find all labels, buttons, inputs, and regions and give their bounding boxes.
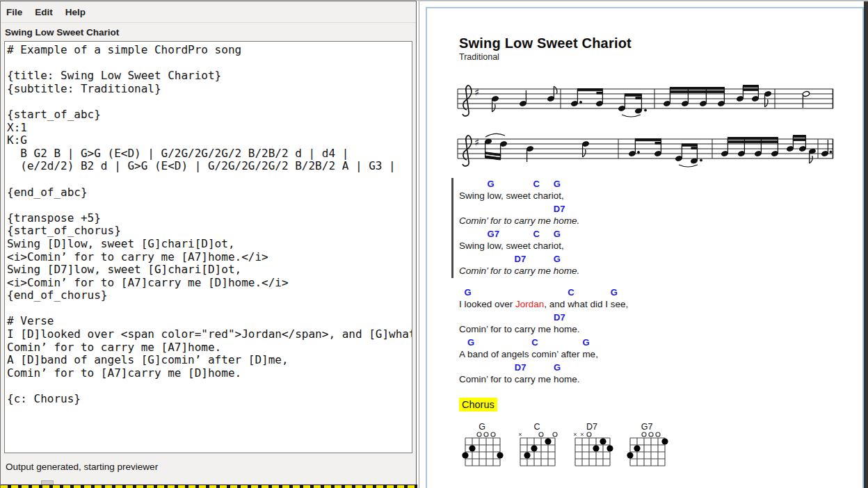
open-string-icon [587, 432, 591, 437]
lyric-text: I [459, 298, 465, 311]
open-string-icon [484, 432, 488, 437]
comment-row: Chorus [459, 398, 862, 412]
music-staff-1: ♯ [455, 78, 838, 122]
finger-dot [469, 445, 475, 451]
finger-dot [600, 438, 606, 444]
chord-symbol: G [467, 336, 531, 348]
chorus-section: Swing Glow, sweet CchariGot,Comin’ for t… [451, 178, 862, 278]
lyric-text: Comin’ for to carry me [459, 215, 554, 228]
finger-dot [593, 445, 599, 451]
menu-help[interactable]: Help [65, 7, 92, 17]
menu-file[interactable]: File [6, 7, 29, 17]
lyric-text: home. [554, 265, 580, 278]
pane-divider [419, 1, 419, 488]
lyric-text: carry me [515, 373, 554, 387]
open-string-icon [477, 432, 481, 437]
chord-symbol: C [568, 286, 611, 298]
chord-symbol: D7 [554, 311, 580, 323]
lyric-text: low, sweet [488, 190, 533, 203]
lyric-text: see, [611, 298, 629, 311]
chord-symbol: C [531, 336, 582, 348]
finger-dot [545, 438, 551, 444]
lyric-text: chari [533, 240, 554, 253]
svg-text:C: C [533, 422, 540, 432]
song-line: Comin’ for to carry me D7home. [459, 311, 862, 336]
svg-text:G: G [479, 422, 485, 432]
document-tab-label: Swing Low Sweet Chariot [5, 27, 119, 38]
chord-symbol: G [554, 253, 580, 265]
chord-symbol [459, 336, 467, 348]
song-line: Swing G7low, sweet CchariGot, [459, 228, 862, 253]
open-string-icon [539, 432, 543, 437]
song-subtitle: Traditional [459, 51, 862, 63]
chord-diagrams: GC×D7××G7 [459, 421, 862, 475]
lyric-text: Comin’ for to [459, 373, 515, 387]
muted-string-icon: × [518, 431, 522, 438]
lyric-text: Swing [459, 190, 488, 203]
status-bar: Output generated, starting previewer [1, 453, 416, 480]
finger-dot [627, 452, 633, 458]
window-right-edge [864, 1, 868, 488]
chord-symbol [459, 203, 554, 215]
open-string-icon [553, 432, 557, 437]
song-line: Comin’ for to D7carry me Ghome. [459, 253, 862, 278]
lyric-text: ot, [554, 190, 564, 203]
lyric-text: low, sweet [488, 240, 533, 253]
finger-dot [661, 438, 668, 444]
treble-clef-icon [463, 86, 472, 116]
song-line: Comin’ for to carry me D7home. [459, 203, 862, 228]
chord-symbol [459, 361, 515, 373]
finger-dot [606, 445, 613, 451]
editor-hscrollbar[interactable] [4, 480, 412, 485]
chord-symbol: G [554, 228, 564, 240]
chord-symbol [459, 311, 554, 323]
menu-edit[interactable]: Edit [35, 7, 59, 17]
lyric-text: carry me [515, 265, 554, 278]
editor-textarea[interactable]: # Example of a simple ChordPro song {tit… [4, 41, 412, 453]
chord-symbol [544, 286, 568, 298]
chord-symbol: G [465, 286, 516, 298]
lyric-text: comin’ after [531, 348, 582, 361]
song-line: A Gband of angels Ccomin’ after Gme, [459, 336, 862, 361]
open-string-icon [656, 432, 660, 437]
lyric-text: looked over [465, 298, 516, 311]
lyric-text: me, [582, 348, 598, 361]
chorus-comment-highlight: Chorus [459, 398, 497, 412]
song-line: Comin’ for to D7carry me Ghome. [459, 361, 862, 387]
svg-text:G7: G7 [641, 422, 653, 432]
lyric-text: , and [544, 298, 568, 311]
lyric-text: Jordan [515, 298, 544, 311]
chord-diagram-G: G [459, 421, 505, 475]
chord-diagram-C: C× [514, 421, 560, 475]
song-line: Swing Glow, sweet CchariGot, [459, 178, 862, 203]
lyric-text: band of angels [467, 348, 531, 361]
chord-symbol: G [582, 336, 598, 348]
finger-dot [524, 452, 530, 458]
editor-window: File Edit Help Swing Low Sweet Chariot #… [0, 1, 417, 488]
chord-symbol [459, 253, 515, 265]
chord-symbol: C [533, 228, 554, 240]
sharp-icon: ♯ [474, 86, 479, 99]
chord-symbol: G7 [488, 228, 533, 240]
verse-section: I Glooked over Jordan, and Cwhat did I G… [459, 286, 862, 387]
chord-symbol: D7 [554, 203, 580, 215]
open-string-icon [642, 432, 646, 437]
app-screen: File Edit Help Swing Low Sweet Chariot #… [0, 0, 868, 488]
treble-clef-icon [463, 136, 472, 166]
lyric-text: chari [533, 190, 554, 203]
chord-symbol [515, 286, 544, 298]
lyric-text: home. [554, 373, 580, 387]
preview-pane: Swing Low Sweet Chariot Traditional ♯ [418, 1, 868, 488]
lyric-text: Swing [459, 240, 488, 253]
muted-string-icon: × [580, 431, 584, 438]
chord-symbol: D7 [515, 253, 554, 265]
chord-symbol: G [611, 286, 629, 298]
chord-diagram-D7: D7×× [569, 421, 615, 475]
hazard-stripe-edge [1, 485, 417, 488]
chord-symbol: D7 [515, 361, 554, 373]
document-tab[interactable]: Swing Low Sweet Chariot [1, 23, 416, 41]
finger-dot [497, 452, 503, 458]
lyric-text: home. [554, 215, 580, 228]
preview-page: Swing Low Sweet Chariot Traditional ♯ [426, 7, 864, 488]
lyric-text: ot, [554, 240, 564, 253]
